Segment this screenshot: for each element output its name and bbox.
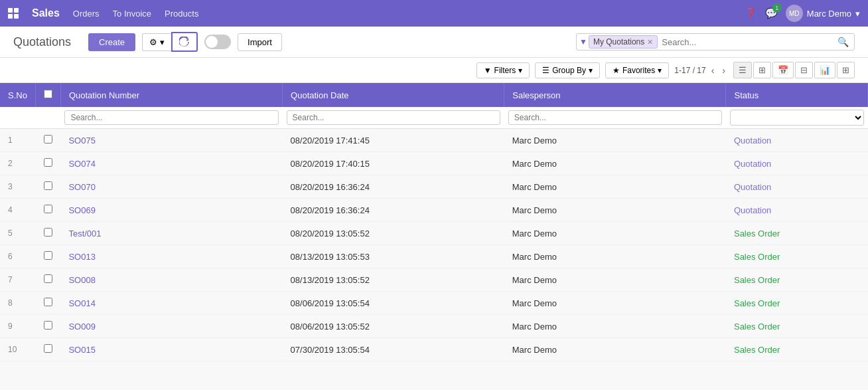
table-row[interactable]: 5 Test/001 08/20/2019 13:05:52 Marc Demo… [0, 222, 868, 245]
col-filter-status: Quotation Sales Order [726, 107, 868, 129]
user-menu[interactable]: MD Marc Demo ▾ [786, 5, 860, 22]
cell-checkbox[interactable] [35, 315, 60, 338]
nav-products[interactable]: Products [165, 9, 198, 19]
cell-sno: 6 [0, 245, 35, 268]
search-input[interactable] [658, 36, 835, 49]
cell-number[interactable]: SO010 [60, 361, 282, 367]
nav-to-invoice[interactable]: To Invoice [113, 9, 152, 19]
view-list-button[interactable]: ☰ [733, 62, 752, 78]
view-kanban-button[interactable]: ⊞ [753, 62, 771, 78]
row-checkbox[interactable] [44, 251, 52, 260]
cell-status: Sales Order [726, 245, 868, 268]
toggle-switch[interactable] [204, 35, 231, 49]
cell-number[interactable]: SO009 [60, 315, 282, 338]
table-row[interactable]: 4 SO069 08/20/2019 16:36:24 Marc Demo Qu… [0, 199, 868, 222]
cell-number[interactable]: SO013 [60, 245, 282, 268]
cell-checkbox[interactable] [35, 222, 60, 245]
row-checkbox[interactable] [44, 158, 52, 167]
cell-status: Quotation [726, 129, 868, 152]
search-area: ▼ My Quotations ✕ 🔍 [576, 33, 855, 50]
navbar: Sales Orders To Invoice Products ❓ 💬 1 M… [0, 0, 868, 27]
table-row[interactable]: 2 SO074 08/20/2019 17:40:15 Marc Demo Qu… [0, 152, 868, 175]
next-page-button[interactable]: › [719, 64, 728, 77]
view-pivot-button[interactable]: ⊞ [837, 62, 855, 78]
row-checkbox[interactable] [44, 205, 52, 213]
cell-checkbox[interactable] [35, 361, 60, 367]
help-icon[interactable]: ❓ [745, 7, 757, 19]
cell-number[interactable]: SO014 [60, 292, 282, 315]
table-row[interactable]: 3 SO070 08/20/2019 16:36:24 Marc Demo Qu… [0, 175, 868, 199]
chat-badge: 1 [772, 3, 782, 13]
row-checkbox[interactable] [44, 135, 52, 144]
cell-salesperson: Marc Demo [504, 245, 726, 268]
chat-icon[interactable]: 💬 1 [765, 7, 778, 19]
table-row[interactable]: 6 SO013 08/13/2019 13:05:53 Marc Demo Sa… [0, 245, 868, 268]
cell-number[interactable]: SO075 [60, 129, 282, 152]
cell-sno: 10 [0, 338, 35, 361]
col-salesperson[interactable]: Salesperson [504, 83, 726, 107]
table-row[interactable]: 8 SO014 08/06/2019 13:05:54 Marc Demo Sa… [0, 292, 868, 315]
cell-status: Sales Order [726, 338, 868, 361]
col-quotation-number[interactable]: Quotation Number [60, 83, 282, 107]
row-checkbox[interactable] [44, 321, 52, 330]
table-row[interactable]: 11 SO010 07/30/2019 13:05:53 Marc Demo S… [0, 361, 868, 367]
cell-number[interactable]: SO069 [60, 199, 282, 222]
table-row[interactable]: 7 SO008 08/13/2019 13:05:52 Marc Demo Sa… [0, 268, 868, 292]
row-checkbox[interactable] [44, 298, 52, 306]
filter-status-select[interactable]: Quotation Sales Order [730, 110, 864, 126]
table-header-row: S.No Quotation Number Quotation Date Sal… [0, 83, 868, 107]
filter-quotation-date[interactable] [287, 110, 500, 125]
star-icon: ★ [613, 66, 620, 75]
col-quotation-date[interactable]: Quotation Date [283, 83, 504, 107]
app-title: Sales [32, 7, 60, 19]
filter-salesperson[interactable] [508, 110, 722, 125]
groupby-button[interactable]: ☰ Group By ▾ [535, 62, 600, 78]
cell-number[interactable]: SO008 [60, 268, 282, 292]
view-chart-button[interactable]: 📊 [814, 62, 835, 78]
cell-checkbox[interactable] [35, 268, 60, 292]
cell-salesperson: Marc Demo [504, 292, 726, 315]
table-body: 1 SO075 08/20/2019 17:41:45 Marc Demo Qu… [0, 129, 868, 367]
favorites-button[interactable]: ★ Favorites ▾ [605, 62, 669, 78]
cell-number[interactable]: SO015 [60, 338, 282, 361]
cell-checkbox[interactable] [35, 292, 60, 315]
table-row[interactable]: 9 SO009 08/06/2019 13:05:52 Marc Demo Sa… [0, 315, 868, 338]
import-button[interactable]: Import [238, 33, 282, 51]
row-checkbox[interactable] [44, 344, 52, 353]
col-status[interactable]: Status [726, 83, 868, 107]
filter-quotation-number[interactable] [64, 110, 278, 125]
cell-checkbox[interactable] [35, 245, 60, 268]
cell-checkbox[interactable] [35, 199, 60, 222]
row-checkbox[interactable] [44, 274, 52, 283]
table-row[interactable]: 10 SO015 07/30/2019 13:05:54 Marc Demo S… [0, 338, 868, 361]
create-button[interactable]: Create [88, 33, 135, 51]
toggle-knob [206, 36, 218, 48]
col-checkbox-header[interactable] [35, 83, 60, 107]
cell-number[interactable]: SO074 [60, 152, 282, 175]
view-grid-button[interactable]: ⊟ [795, 62, 813, 78]
nav-orders[interactable]: Orders [73, 9, 100, 19]
apps-grid-icon[interactable] [8, 8, 19, 19]
cell-salesperson: Marc Demo [504, 338, 726, 361]
table-row[interactable]: 1 SO075 08/20/2019 17:41:45 Marc Demo Qu… [0, 129, 868, 152]
cell-sno: 7 [0, 268, 35, 292]
view-calendar-button[interactable]: 📅 [772, 62, 794, 78]
refresh-button[interactable] [171, 32, 198, 52]
cell-salesperson: Marc Demo [504, 268, 726, 292]
select-all-checkbox[interactable] [44, 90, 52, 98]
cell-checkbox[interactable] [35, 175, 60, 199]
cell-number[interactable]: SO070 [60, 175, 282, 199]
search-tag-remove[interactable]: ✕ [647, 38, 653, 47]
row-checkbox[interactable] [44, 228, 52, 237]
cell-number[interactable]: Test/001 [60, 222, 282, 245]
refresh-icon [179, 37, 190, 47]
prev-page-button[interactable]: ‹ [709, 64, 717, 77]
row-checkbox[interactable] [44, 181, 52, 190]
cell-checkbox[interactable] [35, 338, 60, 361]
gear-button[interactable]: ⚙ ▾ [142, 33, 171, 51]
cell-checkbox[interactable] [35, 129, 60, 152]
quotations-table: S.No Quotation Number Quotation Date Sal… [0, 83, 868, 367]
cell-checkbox[interactable] [35, 152, 60, 175]
filters-button[interactable]: ▼ Filters ▾ [476, 62, 530, 78]
search-button[interactable]: 🔍 [835, 35, 851, 49]
